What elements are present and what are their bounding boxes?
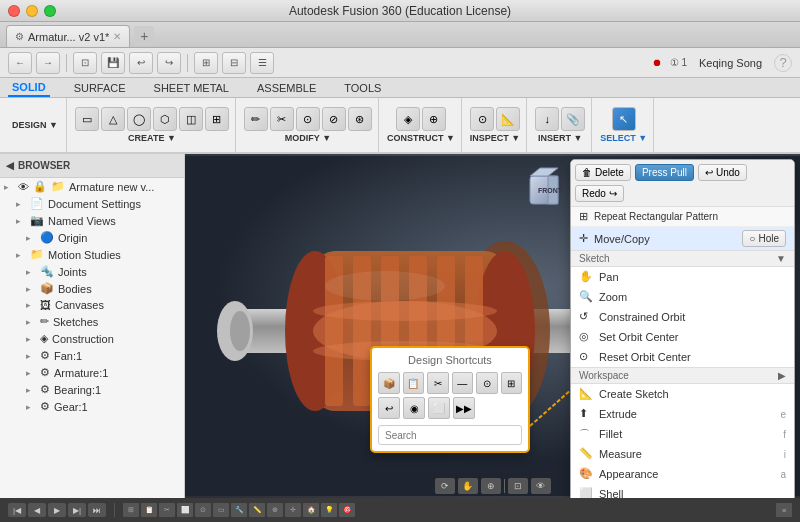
browser-motion[interactable]: ▸ 📁 Motion Studies [0,246,184,263]
browser-bodies[interactable]: ▸ 📦 Bodies [0,280,184,297]
new-tab-button[interactable]: + [134,26,154,46]
status-tool-4[interactable]: ⬜ [177,503,193,517]
ctx-zoom-item[interactable]: 🔍 Zoom [571,287,794,307]
shortcut-icon-4[interactable]: — [452,372,474,394]
browser-named-views[interactable]: ▸ 📷 Named Views [0,212,184,229]
ctx-pan-item[interactable]: ✋ Pan [571,267,794,287]
create-icon-2[interactable]: △ [101,107,125,131]
status-tool-12[interactable]: 💡 [321,503,337,517]
insert-icon-2[interactable]: 📎 [561,107,585,131]
playback-play-btn[interactable]: ▶ [48,503,66,517]
ctx-redo-btn[interactable]: Redo ↪ [575,185,624,202]
status-end-btn[interactable]: ≡ [776,503,792,517]
browser-joints[interactable]: ▸ 🔩 Joints [0,263,184,280]
ctx-fillet[interactable]: ⌒ Fillet f [571,424,794,444]
ctx-undo-btn[interactable]: ↩ Undo [698,164,747,181]
modify-icon-5[interactable]: ⊛ [348,107,372,131]
create-icon-6[interactable]: ⊞ [205,107,229,131]
viewport-pan-btn[interactable]: ✋ [458,478,478,494]
toolbar-btn5[interactable]: ☰ [250,52,274,74]
select-icon[interactable]: ↖ [612,107,636,131]
maximize-button[interactable] [44,5,56,17]
shortcut-icon-1[interactable]: 📦 [378,372,400,394]
shortcut-icon-9[interactable]: ⬜ [428,397,450,419]
modify-icon-1[interactable]: ✏ [244,107,268,131]
ctx-hole-btn[interactable]: ○ Hole [742,230,786,247]
toolbar-forward[interactable]: → [36,52,60,74]
status-tool-5[interactable]: ⊙ [195,503,211,517]
ctx-set-orbit-item[interactable]: ◎ Set Orbit Center [571,327,794,347]
tab-sheet-metal[interactable]: SHEET METAL [150,80,233,96]
status-tool-2[interactable]: 📋 [141,503,157,517]
browser-origin[interactable]: ▸ 🔵 Origin [0,229,184,246]
inspect-label[interactable]: INSPECT ▼ [470,133,520,143]
ctx-appearance[interactable]: 🎨 Appearance a [571,464,794,484]
browser-armature[interactable]: ▸ ⚙ Armature:1 [0,364,184,381]
construct-icon-2[interactable]: ⊕ [422,107,446,131]
create-icon-3[interactable]: ◯ [127,107,151,131]
select-label[interactable]: SELECT ▼ [600,133,647,143]
ctx-orbit-item[interactable]: ↺ Constrained Orbit [571,307,794,327]
tab-surface[interactable]: SURFACE [70,80,130,96]
playback-next-btn[interactable]: ▶| [68,503,86,517]
ctx-reset-orbit-item[interactable]: ⊙ Reset Orbit Center [571,347,794,367]
playback-start-btn[interactable]: |◀ [8,503,26,517]
status-tool-3[interactable]: ✂ [159,503,175,517]
browser-canvases[interactable]: ▸ 🖼 Canvases [0,297,184,313]
create-label[interactable]: CREATE ▼ [128,133,176,143]
status-tool-6[interactable]: ▭ [213,503,229,517]
tab-assemble[interactable]: ASSEMBLE [253,80,320,96]
shortcut-icon-5[interactable]: ⊙ [476,372,498,394]
modify-icon-3[interactable]: ⊙ [296,107,320,131]
design-dropdown[interactable]: DESIGN ▼ [4,98,67,152]
toolbar-btn3[interactable]: ⊞ [194,52,218,74]
browser-construction[interactable]: ▸ ◈ Construction [0,330,184,347]
inspect-icon-1[interactable]: ⊙ [470,107,494,131]
ctx-workspace-header[interactable]: Workspace ▶ [571,367,794,384]
ctx-repeat-item[interactable]: ⊞ Repeat Rectangular Pattern [571,207,794,227]
modify-label[interactable]: MODIFY ▼ [285,133,331,143]
tab-close-button[interactable]: ✕ [113,31,121,42]
ctx-delete-btn[interactable]: 🗑 Delete [575,164,631,181]
toolbar-home[interactable]: ⊡ [73,52,97,74]
create-icon-5[interactable]: ◫ [179,107,203,131]
document-tab[interactable]: ⚙ Armatur... v2 v1* ✕ [6,25,130,47]
shortcut-icon-8[interactable]: ◉ [403,397,425,419]
browser-expand-all[interactable]: ▸ 👁 🔒 📁 Armature new v... [0,178,184,195]
insert-label[interactable]: INSERT ▼ [538,133,582,143]
help-button[interactable]: ? [774,54,792,72]
browser-doc-settings[interactable]: ▸ 📄 Document Settings [0,195,184,212]
viewport-zoom-btn[interactable]: ⊕ [481,478,501,494]
ctx-create-sketch[interactable]: 📐 Create Sketch [571,384,794,404]
status-tool-8[interactable]: 📏 [249,503,265,517]
shortcuts-search-input[interactable] [378,425,522,445]
toolbar-save[interactable]: 💾 [101,52,125,74]
shortcut-icon-2[interactable]: 📋 [403,372,425,394]
modify-icon-4[interactable]: ⊘ [322,107,346,131]
shortcut-icon-7[interactable]: ↩ [378,397,400,419]
create-icon-4[interactable]: ⬡ [153,107,177,131]
record-button[interactable]: ⏺ [652,57,662,68]
status-tool-7[interactable]: 🔧 [231,503,247,517]
create-icon-1[interactable]: ▭ [75,107,99,131]
close-button[interactable] [8,5,20,17]
toolbar-undo2[interactable]: ↩ [129,52,153,74]
ctx-measure[interactable]: 📏 Measure i [571,444,794,464]
insert-icon-1[interactable]: ↓ [535,107,559,131]
status-tool-13[interactable]: 🎯 [339,503,355,517]
browser-sketches[interactable]: ▸ ✏ Sketches [0,313,184,330]
minimize-button[interactable] [26,5,38,17]
status-tool-1[interactable]: ⊞ [123,503,139,517]
browser-bearing[interactable]: ▸ ⚙ Bearing:1 [0,381,184,398]
modify-icon-2[interactable]: ✂ [270,107,294,131]
inspect-icon-2[interactable]: 📐 [496,107,520,131]
shortcut-icon-10[interactable]: ▶▶ [453,397,475,419]
design-label[interactable]: DESIGN ▼ [12,120,58,130]
toolbar-redo2[interactable]: ↪ [157,52,181,74]
status-tool-10[interactable]: ✛ [285,503,301,517]
viewport-fit-btn[interactable]: ⊡ [508,478,528,494]
playback-end-btn[interactable]: ⏭ [88,503,106,517]
browser-fan[interactable]: ▸ ⚙ Fan:1 [0,347,184,364]
browser-gear[interactable]: ▸ ⚙ Gear:1 [0,398,184,415]
ctx-move-copy-item[interactable]: ✛ Move/Copy ○ Hole [571,227,794,250]
